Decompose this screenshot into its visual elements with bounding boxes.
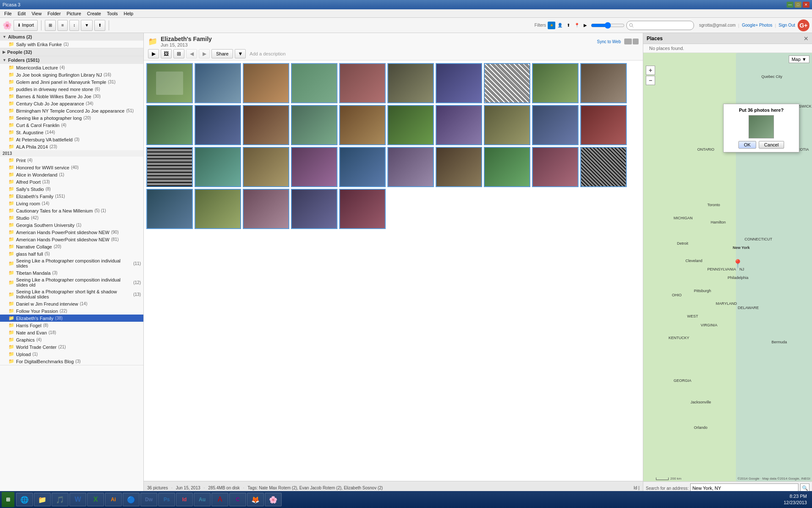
photo-thumb[interactable] — [339, 147, 386, 187]
photo-thumb[interactable] — [291, 147, 337, 187]
filter-geo-icon[interactable]: 📍 — [573, 22, 581, 29]
sidebar-item-birmingham[interactable]: 📁 Birmingham NY Temple Concord Jo Joe ap… — [0, 107, 143, 114]
sync-to-web-button[interactable]: Sync to Web — [597, 39, 621, 44]
sidebar-item-staugustine[interactable]: 📁 St. Augustine (144) — [0, 129, 143, 136]
sidebar-item-daniel[interactable]: 📁 Daniel w Jim Freund interview (14) — [0, 300, 143, 307]
taskbar-item-captivate[interactable]: C — [229, 493, 246, 506]
upload-button[interactable]: ⬆ — [94, 20, 105, 31]
photo-tray-button[interactable]: 🖼 — [161, 49, 172, 58]
taskbar-item-au[interactable]: Au — [194, 493, 211, 506]
play-slideshow-button[interactable]: ▶ — [148, 49, 159, 58]
taskbar-item-acrobat[interactable]: A — [211, 493, 228, 506]
photo-thumb[interactable] — [243, 63, 289, 103]
share-arrow-button[interactable]: ▼ — [235, 49, 246, 58]
sidebar-item-albums-sally[interactable]: 📁 Sally with Erika Funke (1) — [0, 41, 143, 48]
sidebar-scroll[interactable]: ▼ Albums (2) 📁 Sally with Erika Funke (1… — [0, 33, 143, 494]
taskbar-item-explorer[interactable]: 🌐 — [16, 493, 33, 506]
sort-button[interactable]: ↕ — [69, 20, 79, 31]
sidebar-item-seeing-old[interactable]: 📁 Seeing Like a Photographer composition… — [0, 276, 143, 288]
sidebar-item-glass-half[interactable]: 📁 glass half full (5) — [0, 250, 143, 257]
photo-thumb[interactable] — [436, 147, 482, 187]
taskbar-item-chrome[interactable]: 🔵 — [123, 493, 140, 506]
map-area[interactable]: 📍 + − Map ▼ Quebec City NEW BRUNSWICK NO… — [643, 53, 812, 481]
folders-header[interactable]: ▼ Folders (1501) — [0, 56, 143, 64]
photo-thumb[interactable] — [195, 147, 241, 187]
filter-upload-icon[interactable]: ⬆ — [565, 22, 572, 29]
sidebar-item-puddles[interactable]: 📁 puddles in driveway need more stone (6… — [0, 86, 143, 93]
photo-thumb[interactable] — [339, 105, 386, 145]
sidebar-item-seeing-shadow[interactable]: 📁 Seeing Like a Photographer short light… — [0, 288, 143, 300]
sidebar-item-cautionary[interactable]: 📁 Cautionary Tales for a New Millenium (… — [0, 207, 143, 214]
sidebar-item-studio[interactable]: 📁 Studio (42) — [0, 214, 143, 221]
taskbar-item-word[interactable]: W — [69, 493, 86, 506]
photo-thumb[interactable] — [387, 63, 434, 103]
sidebar-item-ala[interactable]: 📁 ALA Phila 2014 (23) — [0, 143, 143, 150]
map-type-selector[interactable]: Map ▼ — [789, 55, 809, 63]
sidebar-item-honored[interactable]: 📁 Honored for WWII service (40) — [0, 164, 143, 171]
photo-thumb[interactable] — [580, 147, 627, 187]
photo-thumb[interactable] — [146, 105, 193, 145]
map-zoom-in-button[interactable]: + — [646, 66, 655, 75]
menu-help[interactable]: Help — [121, 10, 136, 17]
menu-folder[interactable]: Folder — [45, 10, 63, 17]
view-list-button[interactable]: ≡ — [58, 20, 68, 31]
photo-thumb[interactable] — [484, 105, 530, 145]
filter-slider[interactable] — [591, 22, 625, 29]
sidebar-item-upload[interactable]: 📁 Upload (1) — [0, 351, 143, 358]
photo-thumb[interactable] — [195, 189, 241, 229]
options-button[interactable]: ▼ — [81, 20, 93, 31]
sync-icon-2[interactable] — [633, 39, 639, 44]
menu-view[interactable]: View — [29, 10, 44, 17]
sidebar-item-narrative[interactable]: 📁 Narrative Collage (20) — [0, 243, 143, 250]
taskbar-item-picasa[interactable]: 🌸 — [265, 493, 282, 506]
sidebar-item-century[interactable]: 📁 Century Club Jo Joe appearance (34) — [0, 100, 143, 107]
photo-thumb[interactable] — [146, 189, 193, 229]
sidebar-item-elizabeths-family-38[interactable]: 📁 Elizabeth's Family (38) — [0, 315, 143, 322]
sidebar-item-american-hands-90[interactable]: 📁 American Hands PowerPoint slideshow NE… — [0, 229, 143, 236]
photo-thumb[interactable] — [243, 105, 289, 145]
menu-file[interactable]: File — [2, 10, 14, 17]
sidebar-item-world-trade[interactable]: 📁 World Trade Center (21) — [0, 343, 143, 351]
taskbar-item-id[interactable]: Id — [176, 493, 193, 506]
photo-thumb[interactable] — [532, 147, 579, 187]
sidebar-item-seeing-long[interactable]: 📁 Seeing like a photographer long (20) — [0, 114, 143, 121]
filter-video-icon[interactable]: ▶ — [582, 22, 589, 29]
next-button[interactable]: ▶ — [199, 49, 210, 58]
sidebar-item-print[interactable]: 📁 Print (4) — [0, 157, 143, 164]
sidebar-item-follow-passion[interactable]: 📁 Follow Your Passion (22) — [0, 307, 143, 315]
sidebar-item-golem[interactable]: 📁 Golem and Jinni panel in Manayunk Temp… — [0, 78, 143, 86]
taskbar-item-media[interactable]: 🎵 — [52, 493, 69, 506]
map-zoom-out-button[interactable]: − — [646, 76, 655, 85]
photo-thumb[interactable] — [146, 63, 193, 103]
photo-thumb[interactable] — [291, 105, 337, 145]
photo-thumb[interactable] — [195, 63, 241, 103]
dialog-cancel-button[interactable]: Cancel — [759, 141, 784, 149]
import-button[interactable]: ⬇ Import — [14, 20, 38, 31]
sidebar-item-seeing-comp[interactable]: 📁 Seeing Like a Photographer composition… — [0, 257, 143, 269]
photo-thumb[interactable] — [532, 63, 579, 103]
photo-thumb[interactable] — [436, 105, 482, 145]
sidebar-item-jojoe[interactable]: 📁 Jo Joe book signing Burlington Library… — [0, 71, 143, 78]
photo-thumb[interactable] — [291, 63, 337, 103]
sidebar-item-tibetan[interactable]: 📁 Tibetan Mandala (3) — [0, 269, 143, 276]
photo-thumb[interactable] — [291, 189, 337, 229]
search-input[interactable] — [626, 21, 694, 30]
places-close-button[interactable]: ✕ — [804, 35, 809, 42]
dialog-ok-button[interactable]: OK — [738, 141, 756, 149]
minimize-button[interactable]: — — [787, 2, 793, 8]
taskbar-item-ps[interactable]: Ps — [158, 493, 175, 506]
sidebar-item-digitalbenchmarks[interactable]: 📁 For DigitalBenchmarks Blog (3) — [0, 358, 143, 365]
filter-star-icon[interactable]: ★ — [548, 22, 555, 29]
sidebar-item-alice[interactable]: 📁 Alice in Wonderland (1) — [0, 171, 143, 178]
menu-tools[interactable]: Tools — [104, 10, 121, 17]
photo-thumb[interactable] — [339, 63, 386, 103]
photo-thumb[interactable] — [580, 105, 627, 145]
people-header[interactable]: ▶ People (32) — [0, 48, 143, 56]
sidebar-item-alfred[interactable]: 📁 Alfred Poort (13) — [0, 178, 143, 185]
photo-thumb[interactable] — [146, 147, 193, 187]
photo-thumb[interactable] — [243, 147, 289, 187]
description-input[interactable]: Add a description — [247, 50, 288, 58]
sign-out-link[interactable]: Sign Out — [779, 23, 795, 28]
view-grid-button[interactable]: ⊞ — [45, 20, 56, 31]
sidebar-item-harris[interactable]: 📁 Harris Fogel (8) — [0, 322, 143, 329]
